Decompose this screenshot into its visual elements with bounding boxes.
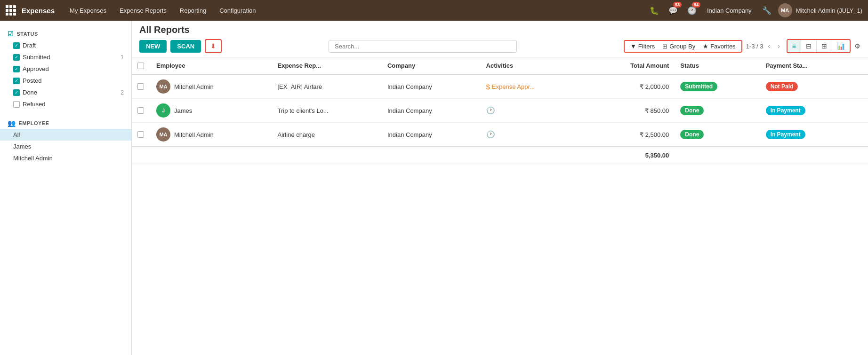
row-status-1: Done xyxy=(675,99,760,123)
employee-name-0: Mitchell Admin xyxy=(174,83,214,90)
select-all-checkbox[interactable] xyxy=(137,63,144,69)
grid-view-button[interactable]: ⊞ xyxy=(817,40,832,52)
content-header: All Reports NEW SCAN ⬇ ▼ Filters ⊞ Group… xyxy=(132,21,868,57)
header-payment-status[interactable]: Payment Sta... xyxy=(760,57,854,74)
done-check: ✓ xyxy=(13,89,20,96)
sidebar-item-draft[interactable]: ✓ Draft xyxy=(0,39,131,51)
row-select-checkbox-1[interactable] xyxy=(137,107,144,114)
app-grid-icon[interactable] xyxy=(6,5,16,16)
header-status[interactable]: Status xyxy=(675,57,760,74)
header-adjust[interactable] xyxy=(854,57,868,74)
kanban-view-button[interactable]: ⊟ xyxy=(801,40,817,52)
row-extra-2 xyxy=(854,123,868,147)
new-button[interactable]: NEW xyxy=(139,40,167,53)
user-avatar[interactable]: MA xyxy=(778,3,792,17)
sidebar-item-posted[interactable]: ✓ Posted xyxy=(0,75,131,87)
sidebar-item-refused[interactable]: Refused xyxy=(0,98,131,110)
total-amount: 5,350.00 xyxy=(587,147,675,164)
row-company-0: Indian Company xyxy=(382,74,481,99)
adjust-columns-button[interactable]: ⚙ xyxy=(854,42,860,50)
table-header-row: Employee Expense Rep... Company Activiti… xyxy=(132,57,868,74)
favorites-button[interactable]: ★ Favorites xyxy=(703,43,735,50)
header-company[interactable]: Company xyxy=(382,57,481,74)
row-employee-0: MA Mitchell Admin xyxy=(151,74,272,99)
row-activity-2: 🕐 xyxy=(481,123,587,147)
activity-badge: 54 xyxy=(692,2,700,8)
row-checkbox-1[interactable] xyxy=(132,99,151,123)
search-bar xyxy=(225,40,620,53)
chat-badge: 53 xyxy=(673,2,682,8)
payment-badge-1: In Payment xyxy=(766,106,805,115)
table-row[interactable]: MA Mitchell Admin Airline charge Indian … xyxy=(132,123,868,147)
header-activities[interactable]: Activities xyxy=(481,57,587,74)
row-payment-status-2: In Payment xyxy=(760,123,854,147)
nav-my-expenses[interactable]: My Expenses xyxy=(64,0,112,21)
sidebar-item-james[interactable]: James xyxy=(0,141,131,152)
sidebar-item-mitchell[interactable]: Mitchell Admin xyxy=(0,152,131,164)
group-by-button[interactable]: ⊞ Group By xyxy=(662,43,695,50)
row-status-2: Done xyxy=(675,123,760,147)
row-company-2: Indian Company xyxy=(382,123,481,147)
download-button[interactable]: ⬇ xyxy=(205,39,222,53)
top-nav-icons: 🐛 💬 53 🕐 54 Indian Company 🔧 MA Mitchell… xyxy=(647,3,862,18)
clock-icon-1: 🕐 xyxy=(486,106,495,114)
sidebar-item-submitted[interactable]: ✓ Submitted 1 xyxy=(0,51,131,63)
row-extra-1 xyxy=(854,99,868,123)
expense-table: Employee Expense Rep... Company Activiti… xyxy=(132,57,868,164)
row-employee-2: MA Mitchell Admin xyxy=(151,123,272,147)
row-activity-0: $Expense Appr... xyxy=(481,74,587,99)
nav-expense-reports[interactable]: Expense Reports xyxy=(114,0,172,21)
sidebar: ☑ STATUS ✓ Draft ✓ Submitted 1 ✓ Approve… xyxy=(0,21,132,355)
row-checkbox-0[interactable] xyxy=(132,74,151,99)
list-view-button[interactable]: ≡ xyxy=(788,40,801,52)
sidebar-item-done[interactable]: ✓ Done 2 xyxy=(0,87,131,98)
bug-icon[interactable]: 🐛 xyxy=(647,3,662,18)
row-status-0: Submitted xyxy=(675,74,760,99)
row-payment-status-0: Not Paid xyxy=(760,74,854,99)
pagination-next[interactable]: › xyxy=(775,41,783,51)
done-count: 2 xyxy=(121,89,124,96)
header-expense-report[interactable]: Expense Rep... xyxy=(272,57,381,74)
nav-configuration[interactable]: Configuration xyxy=(214,0,261,21)
status-badge-1: Done xyxy=(680,106,704,115)
scan-button[interactable]: SCAN xyxy=(170,40,201,53)
refused-check xyxy=(13,101,20,108)
filters-button[interactable]: ▼ Filters xyxy=(630,43,655,50)
status-badge-0: Submitted xyxy=(680,82,717,91)
employee-name-2: Mitchell Admin xyxy=(174,131,214,138)
row-select-checkbox-0[interactable] xyxy=(137,83,144,90)
nav-reporting[interactable]: Reporting xyxy=(174,0,212,21)
employee-avatar-1: J xyxy=(156,103,170,118)
header-employee[interactable]: Employee xyxy=(151,57,272,74)
table-row[interactable]: J James Trip to client's Lo... Indian Co… xyxy=(132,99,868,123)
sidebar-item-approved[interactable]: ✓ Approved xyxy=(0,63,131,75)
header-total-amount[interactable]: Total Amount xyxy=(587,57,675,74)
table-row[interactable]: MA Mitchell Admin [EX_AIR] Airfare India… xyxy=(132,74,868,99)
dollar-icon-0: $ xyxy=(486,83,490,91)
row-expense-report-2: Airline charge xyxy=(272,123,381,147)
pagination-prev[interactable]: ‹ xyxy=(765,41,773,51)
draft-check: ✓ xyxy=(13,42,20,49)
employee-icon: 👥 xyxy=(8,119,16,127)
clock-icon-2: 🕐 xyxy=(486,130,495,138)
search-input[interactable] xyxy=(329,40,517,53)
chart-view-button[interactable]: 📊 xyxy=(832,40,850,52)
chat-icon[interactable]: 💬 53 xyxy=(666,3,681,18)
james-label: James xyxy=(13,143,124,150)
main-layout: ☑ STATUS ✓ Draft ✓ Submitted 1 ✓ Approve… xyxy=(0,21,868,355)
activity-icon[interactable]: 🕐 54 xyxy=(684,3,699,18)
company-name: Indian Company xyxy=(703,7,755,14)
row-checkbox-2[interactable] xyxy=(132,123,151,147)
employee-section-title: 👥 EMPLOYEE xyxy=(0,116,131,129)
row-extra-0 xyxy=(854,74,868,99)
sidebar-item-all-employees[interactable]: All xyxy=(0,129,131,141)
settings-icon[interactable]: 🔧 xyxy=(759,3,774,18)
employee-avatar-0: MA xyxy=(156,79,170,94)
submitted-check: ✓ xyxy=(13,54,20,61)
app-name: Expenses xyxy=(22,7,55,15)
favorites-label: Favorites xyxy=(710,43,735,50)
table-total-row: 5,350.00 xyxy=(132,147,868,164)
row-select-checkbox-2[interactable] xyxy=(137,131,144,138)
row-employee-1: J James xyxy=(151,99,272,123)
filter-group: ▼ Filters ⊞ Group By ★ Favorites xyxy=(624,40,742,53)
